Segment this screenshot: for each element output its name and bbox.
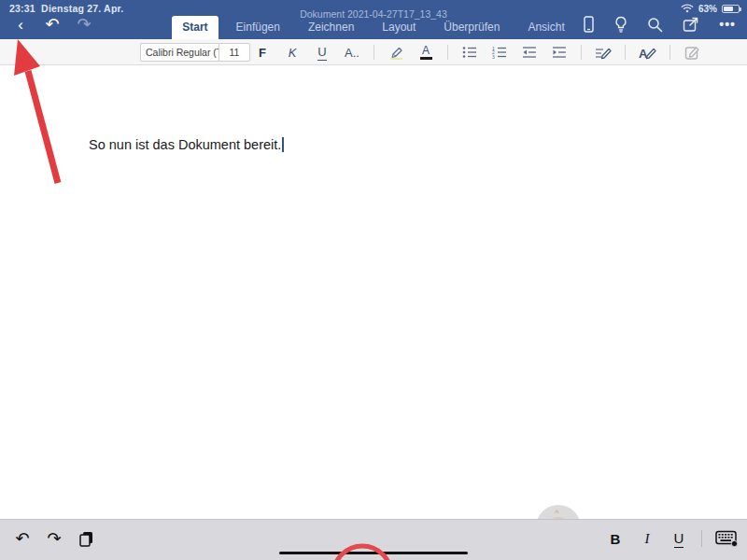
toolbar-divider [625, 45, 626, 60]
chevron-up-icon: ˄ [555, 508, 559, 516]
app-header: 23:31 Dienstag 27. Apr. 63% Dokument 202… [0, 0, 747, 39]
ink-editor-button[interactable] [684, 42, 700, 63]
styles-button[interactable]: A [639, 42, 656, 63]
tab-layout[interactable]: Layout [372, 16, 426, 39]
increase-indent-icon [552, 46, 567, 59]
lightbulb-icon [614, 16, 627, 33]
font-color-button[interactable]: A [417, 42, 434, 63]
tab-zeichnen[interactable]: Zeichnen [298, 16, 364, 39]
font-color-icon: A [422, 45, 430, 56]
font-size-select[interactable]: 11 [218, 43, 250, 62]
text-cursor [282, 137, 284, 152]
search-icon [647, 17, 663, 33]
mobile-view-button[interactable] [583, 16, 595, 33]
hide-keyboard-icon [715, 530, 738, 547]
format-painter-button[interactable] [595, 42, 612, 63]
home-indicator[interactable] [279, 552, 468, 555]
toolbar-divider [581, 45, 582, 60]
highlighter-icon [388, 46, 404, 60]
more-button[interactable]: ••• [719, 16, 736, 33]
share-button[interactable] [683, 16, 699, 33]
tab-einfuegen[interactable]: Einfügen [226, 16, 290, 39]
svg-text:3: 3 [492, 54, 495, 60]
mobile-view-icon [583, 16, 595, 33]
share-icon [683, 17, 699, 33]
char-format-group: F K U A.. A 123 [254, 39, 700, 65]
tab-start[interactable]: Start [172, 16, 218, 39]
ink-editor-icon [684, 45, 700, 60]
search-button[interactable] [647, 16, 663, 33]
italic-button-bottom[interactable]: I [638, 527, 656, 550]
formatting-toolbar: Calibri Regular (T 11 F K U A.. A 123 [0, 39, 747, 65]
decrease-indent-icon [522, 46, 537, 59]
increase-indent-button[interactable] [551, 42, 568, 63]
bold-button-bottom[interactable]: B [606, 527, 625, 550]
header-right-controls: ••• [583, 16, 736, 33]
underline-button[interactable]: U [314, 42, 331, 63]
paste-button[interactable] [77, 527, 95, 550]
italic-button[interactable]: K [284, 42, 301, 63]
format-painter-icon [595, 46, 612, 60]
document-canvas[interactable]: So nun ist das Dokument bereit. [0, 66, 747, 519]
bullet-list-icon [462, 46, 477, 59]
hide-keyboard-button[interactable] [715, 527, 738, 550]
bottom-left-controls: ↶ ↷ [13, 527, 95, 550]
font-name-select[interactable]: Calibri Regular (T [140, 43, 218, 62]
word-ipad-app: 23:31 Dienstag 27. Apr. 63% Dokument 202… [0, 0, 747, 560]
underline-button-bottom[interactable]: U [669, 527, 688, 550]
document-paragraph[interactable]: So nun ist das Dokument bereit. [89, 137, 284, 152]
paste-icon [78, 530, 94, 547]
bullet-list-button[interactable] [461, 42, 478, 63]
bottom-toolbar: ↶ ↷ B I U [0, 519, 747, 560]
bold-button[interactable]: F [254, 42, 271, 63]
ellipsis-icon: ••• [719, 17, 736, 32]
more-formatting-button[interactable]: A.. [344, 42, 360, 63]
toolbar-divider [701, 530, 702, 547]
bottom-right-controls: B I U [606, 527, 738, 550]
toolbar-divider [669, 45, 670, 60]
redo-icon: ↷ [47, 530, 61, 547]
tab-ueberpruefen[interactable]: Überprüfen [433, 16, 510, 39]
toolbar-divider [374, 45, 374, 60]
undo-icon: ↶ [15, 530, 29, 547]
numbered-list-icon: 123 [492, 46, 507, 59]
toolbar-divider [447, 45, 448, 60]
tab-ansicht[interactable]: Ansicht [517, 16, 574, 39]
highlight-button[interactable] [388, 42, 404, 63]
tell-me-button[interactable] [614, 16, 627, 33]
undo-button-bottom[interactable]: ↶ [13, 527, 32, 550]
styles-pen-icon: A [639, 46, 656, 60]
numbered-list-button[interactable]: 123 [491, 42, 508, 63]
redo-button-bottom[interactable]: ↷ [45, 527, 63, 550]
decrease-indent-button[interactable] [521, 42, 538, 63]
